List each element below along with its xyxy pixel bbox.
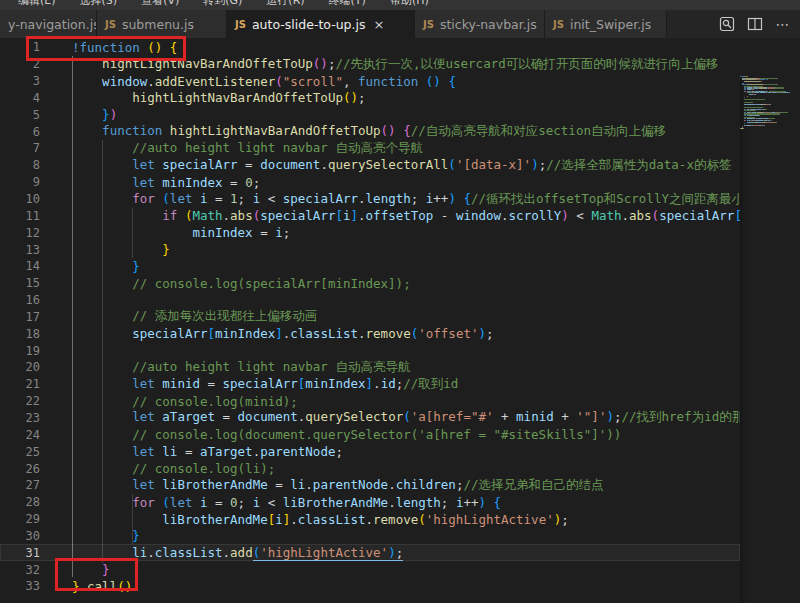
line-text: for (let i = 1; i < specialArr.length; i…	[40, 191, 740, 208]
code-line[interactable]: 11 if (Math.abs(specialArr[i].offsetTop …	[0, 207, 740, 224]
code-line[interactable]: 31 li.classList.add('highLightActive');	[0, 544, 740, 561]
tab-label: y-navigation.js	[8, 17, 97, 32]
line-text: }	[40, 242, 170, 257]
menu-item-4[interactable]: 运行(R)	[254, 0, 316, 10]
line-text: let liBrotherAndMe = li.parentNode.child…	[40, 477, 603, 494]
more-actions-icon[interactable]: ⋯	[774, 15, 792, 33]
menu-item-0[interactable]: 编辑(E)	[6, 0, 68, 10]
code-editor[interactable]: 1!function () {2 hightLightNavBarAndOffe…	[0, 38, 800, 603]
line-text: }.call()	[40, 579, 132, 594]
line-number: 1	[0, 40, 40, 54]
line-text: // console.log(specialArr[minIndex]);	[40, 276, 411, 291]
code-line[interactable]: 29 liBrotherAndMe[i].classList.remove('h…	[0, 511, 740, 528]
line-text: liBrotherAndMe[i].classList.remove('high…	[40, 512, 569, 527]
tab-label: sticky-navbar.js	[440, 17, 537, 32]
search-editor-icon[interactable]	[718, 15, 736, 33]
code-line[interactable]: 21 let minid = specialArr[minIndex].id;/…	[0, 376, 740, 393]
line-number: 25	[0, 445, 40, 459]
js-file-icon: JS	[235, 19, 246, 30]
code-line[interactable]: 13 }	[0, 241, 740, 258]
code-line[interactable]: 2 hightLightNavBarAndOffetToUp();//先执行一次…	[0, 56, 740, 73]
tab-auto-slide-to-up-js[interactable]: JSauto-slide-to-up.js×	[227, 10, 415, 38]
line-text: // console.log(li);	[40, 461, 275, 476]
code-line[interactable]: 32 }	[0, 561, 740, 578]
code-line[interactable]: 9 let minIndex = 0;	[0, 174, 740, 191]
menubar-items: 编辑(E)选择(S)查看(V)转到(G)运行(R)终端(T)帮助(H)	[0, 0, 800, 10]
code-line[interactable]: 14 }	[0, 258, 740, 275]
code-line[interactable]: 12 minIndex = i;	[0, 224, 740, 241]
line-number: 26	[0, 462, 40, 476]
code-line[interactable]: 24 // console.log(document.querySelector…	[0, 426, 740, 443]
line-number: 3	[0, 74, 40, 88]
menu-item-6[interactable]: 帮助(H)	[378, 0, 441, 10]
line-text: }	[40, 259, 140, 274]
split-editor-icon[interactable]	[746, 15, 764, 33]
tab-submenu-js[interactable]: JSsubmenu.js	[97, 10, 227, 38]
code-line[interactable]: 16	[0, 292, 740, 309]
code-line[interactable]: 17 // 添加每次出现都往上偏移动画	[0, 309, 740, 326]
line-number: 20	[0, 360, 40, 374]
code-line[interactable]: 30 }	[0, 527, 740, 544]
line-number: 8	[0, 158, 40, 172]
code-line[interactable]: 25 let li = aTarget.parentNode;	[0, 443, 740, 460]
line-text: window.addEventListener("scroll", functi…	[40, 74, 456, 89]
minimap[interactable]	[740, 76, 800, 603]
tab-label: submenu.js	[122, 17, 194, 32]
code-line[interactable]: 7 //auto height light navbar 自动高亮个导航	[0, 140, 740, 157]
code-line[interactable]: 15 // console.log(specialArr[minIndex]);	[0, 275, 740, 292]
code-line[interactable]: 3 window.addEventListener("scroll", func…	[0, 73, 740, 90]
code-line[interactable]: 27 let liBrotherAndMe = li.parentNode.ch…	[0, 477, 740, 494]
tab-label: auto-slide-to-up.js	[252, 17, 366, 32]
menu-item-1[interactable]: 选择(S)	[68, 0, 130, 10]
code-line[interactable]: 5 })	[0, 106, 740, 123]
code-lines: 1!function () {2 hightLightNavBarAndOffe…	[0, 39, 740, 595]
line-text: let li = aTarget.parentNode;	[40, 444, 343, 459]
tab-init_Swiper-js[interactable]: JSinit_Swiper.js	[545, 10, 667, 38]
code-line[interactable]: 19	[0, 342, 740, 359]
line-text: //auto height light navbar 自动高亮导航	[40, 359, 410, 376]
menu-item-5[interactable]: 终端(T)	[317, 0, 378, 10]
line-text: let minid = specialArr[minIndex].id;//取到…	[40, 376, 458, 393]
line-number: 7	[0, 141, 40, 155]
tab-y-navigation-js[interactable]: y-navigation.js	[0, 10, 97, 38]
code-line[interactable]: 22 // console.log(minid);	[0, 393, 740, 410]
line-text: let minIndex = 0;	[40, 175, 260, 190]
line-number: 23	[0, 411, 40, 425]
line-number: 13	[0, 243, 40, 257]
menu-item-2[interactable]: 查看(V)	[129, 0, 191, 10]
js-file-icon: JS	[105, 19, 116, 30]
line-number: 24	[0, 428, 40, 442]
line-text: !function () {	[40, 40, 177, 55]
code-line[interactable]: 6 function hightLightNavBarAndOffetToUp(…	[0, 123, 740, 140]
line-number: 22	[0, 394, 40, 408]
line-number: 18	[0, 327, 40, 341]
line-number: 15	[0, 276, 40, 290]
code-line[interactable]: 4 hightLightNavBarAndOffetToUp();	[0, 90, 740, 107]
tab-sticky-navbar-js[interactable]: JSsticky-navbar.js	[415, 10, 545, 38]
line-text: let specialArr = document.querySelectorA…	[40, 157, 731, 174]
line-number: 33	[0, 579, 40, 593]
line-number: 30	[0, 529, 40, 543]
line-number: 5	[0, 108, 40, 122]
editor-actions: ⋯	[718, 10, 796, 38]
code-line[interactable]: 20 //auto height light navbar 自动高亮导航	[0, 359, 740, 376]
code-line[interactable]: 33}.call()	[0, 578, 740, 595]
tab-label: init_Swiper.js	[570, 17, 651, 32]
line-number: 32	[0, 563, 40, 577]
code-line[interactable]: 26 // console.log(li);	[0, 460, 740, 477]
line-number: 4	[0, 91, 40, 105]
line-text: function hightLightNavBarAndOffetToUp() …	[40, 123, 666, 140]
code-line[interactable]: 28 for (let i = 0; i < liBrotherAndMe.le…	[0, 494, 740, 511]
code-line[interactable]: 8 let specialArr = document.querySelecto…	[0, 157, 740, 174]
code-line[interactable]: 10 for (let i = 1; i < specialArr.length…	[0, 191, 740, 208]
code-line[interactable]: 18 specialArr[minIndex].classList.remove…	[0, 325, 740, 342]
menu-item-3[interactable]: 转到(G)	[191, 0, 254, 10]
close-tab-icon[interactable]: ×	[374, 18, 385, 31]
code-line[interactable]: 23 let aTarget = document.querySelector(…	[0, 410, 740, 427]
line-number: 21	[0, 377, 40, 391]
code-line[interactable]: 1!function () {	[0, 39, 740, 56]
line-number: 6	[0, 125, 40, 139]
editor-tab-bar: y-navigation.jsJSsubmenu.jsJSauto-slide-…	[0, 10, 800, 38]
js-file-icon: JS	[423, 19, 434, 30]
line-text: // console.log(minid);	[40, 394, 298, 409]
